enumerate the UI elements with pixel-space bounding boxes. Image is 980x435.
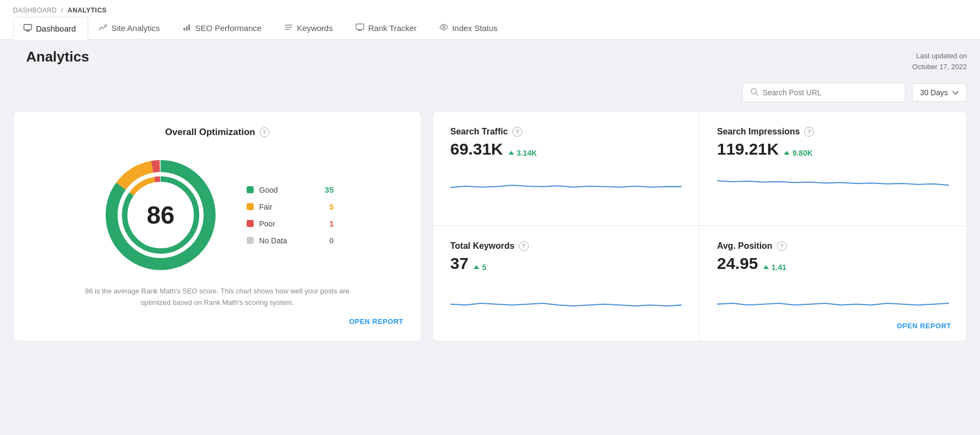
desktop-icon bbox=[356, 23, 364, 33]
optimization-title: Overall Optimization ? bbox=[165, 127, 269, 138]
donut-center-score: 86 bbox=[146, 200, 174, 230]
list-icon bbox=[284, 23, 293, 33]
breadcrumb-sep: / bbox=[61, 7, 63, 14]
last-updated: Last updated on October 17, 2022 bbox=[912, 51, 967, 72]
breadcrumb-analytics: ANALYTICS bbox=[68, 7, 107, 14]
tab-index-status[interactable]: Index Status bbox=[429, 16, 510, 39]
tab-dashboard[interactable]: Dashboard bbox=[13, 17, 88, 40]
tab-label: Keywords bbox=[297, 23, 333, 33]
metric-cell-search-impressions: Search Impressions ? 119.21K 9.80K bbox=[700, 112, 966, 226]
metric-delta-search-traffic: 3.14K bbox=[509, 149, 537, 157]
metric-value-search-traffic: 69.31K bbox=[450, 140, 503, 158]
metric-cell-total-keywords: Total Keywords ? 37 5 bbox=[433, 226, 700, 340]
main-content: Overall Optimization ? bbox=[0, 111, 980, 354]
help-icon[interactable]: ? bbox=[260, 127, 270, 137]
legend-item-poor: Poor 1 bbox=[247, 219, 334, 228]
search-input[interactable] bbox=[763, 88, 897, 97]
tab-site-analytics[interactable]: Site Analytics bbox=[88, 16, 172, 39]
legend-left: Fair bbox=[247, 203, 272, 211]
help-icon-avg-position[interactable]: ? bbox=[777, 241, 787, 251]
delta-arrow-search-impressions bbox=[784, 151, 789, 155]
metric-label-avg-position: Avg. Position ? bbox=[717, 241, 949, 251]
sparkline-total-keywords bbox=[450, 281, 682, 325]
metric-delta-search-impressions: 9.80K bbox=[784, 149, 812, 157]
delta-arrow-total-keywords bbox=[474, 265, 479, 269]
tab-label: Rank Tracker bbox=[368, 23, 416, 33]
legend-dot bbox=[247, 203, 254, 210]
monitor-icon bbox=[23, 24, 32, 33]
breadcrumb-dashboard: DASHBOARD bbox=[13, 7, 57, 14]
legend-left: Poor bbox=[247, 219, 275, 228]
metric-value-row-search-traffic: 69.31K 3.14K bbox=[450, 140, 682, 158]
search-box bbox=[742, 83, 905, 102]
metric-label-search-traffic: Search Traffic ? bbox=[450, 127, 682, 137]
metric-value-row-total-keywords: 37 5 bbox=[450, 254, 682, 273]
tab-label: Dashboard bbox=[36, 24, 76, 33]
metric-label-search-impressions: Search Impressions ? bbox=[717, 127, 949, 137]
legend-left: No Data bbox=[247, 236, 287, 245]
metric-value-avg-position: 24.95 bbox=[717, 254, 758, 273]
tab-label: Index Status bbox=[452, 23, 497, 33]
metric-value-row-search-impressions: 119.21K 9.80K bbox=[717, 140, 949, 158]
help-icon-search-traffic[interactable]: ? bbox=[512, 127, 522, 137]
search-icon bbox=[750, 88, 758, 97]
delta-arrow-avg-position bbox=[763, 265, 769, 269]
tab-label: SEO Performance bbox=[195, 23, 262, 33]
tab-keywords[interactable]: Keywords bbox=[274, 16, 345, 39]
chart-legend-row: 86 Good 35 Fair 5 Poor 1 No Data 0 bbox=[31, 155, 403, 275]
legend-item-fair: Fair 5 bbox=[247, 202, 334, 211]
help-icon-total-keywords[interactable]: ? bbox=[519, 241, 529, 251]
days-label: 30 Days bbox=[920, 88, 948, 97]
header-meta: Last updated on October 17, 2022 bbox=[912, 51, 967, 72]
tab-label: Site Analytics bbox=[111, 23, 160, 33]
legend-dot bbox=[247, 186, 254, 193]
tab-seo-performance[interactable]: SEO Performance bbox=[173, 16, 274, 39]
page-title-row: Analytics Last updated on October 17, 20… bbox=[0, 40, 980, 83]
sparkline-search-traffic bbox=[450, 167, 682, 210]
svg-rect-4 bbox=[186, 26, 187, 30]
metric-cell-search-traffic: Search Traffic ? 69.31K 3.14K bbox=[433, 112, 700, 226]
metric-delta-avg-position: 1.41 bbox=[763, 263, 786, 272]
legend-count: 0 bbox=[329, 236, 334, 245]
legend-dot bbox=[247, 220, 254, 227]
legend-count: 35 bbox=[324, 185, 334, 194]
svg-rect-0 bbox=[24, 24, 32, 30]
tabs-row: Dashboard Site Analytics SEO Performance… bbox=[13, 16, 967, 39]
page-title: Analytics bbox=[13, 48, 102, 74]
sparkline-avg-position bbox=[717, 281, 949, 325]
legend-dot bbox=[247, 237, 254, 244]
metric-value-search-impressions: 119.21K bbox=[717, 140, 779, 158]
chevron-down-icon bbox=[952, 88, 959, 97]
controls-row: 30 Days bbox=[0, 83, 980, 111]
optimization-card: Overall Optimization ? bbox=[13, 111, 421, 341]
legend: Good 35 Fair 5 Poor 1 No Data 0 bbox=[247, 185, 334, 245]
help-icon-search-impressions[interactable]: ? bbox=[804, 127, 814, 137]
legend-label: Good bbox=[259, 186, 278, 194]
legend-label: No Data bbox=[259, 236, 287, 245]
delta-arrow-search-traffic bbox=[509, 151, 514, 155]
donut-wrapper: 86 bbox=[101, 155, 220, 275]
legend-count: 1 bbox=[329, 219, 334, 228]
metrics-open-report[interactable]: OPEN REPORT bbox=[897, 322, 951, 330]
legend-item-good: Good 35 bbox=[247, 185, 334, 194]
metrics-card: Search Traffic ? 69.31K 3.14K Search Imp… bbox=[432, 111, 967, 341]
legend-left: Good bbox=[247, 186, 278, 194]
tab-rank-tracker[interactable]: Rank Tracker bbox=[345, 16, 429, 39]
optimization-description: 86 is the average Rank Math's SEO score.… bbox=[81, 286, 353, 309]
days-dropdown[interactable]: 30 Days bbox=[912, 83, 967, 102]
legend-count: 5 bbox=[329, 202, 334, 211]
open-report-link[interactable]: OPEN REPORT bbox=[349, 317, 403, 326]
legend-label: Fair bbox=[259, 203, 272, 211]
eye-icon bbox=[439, 23, 448, 33]
svg-rect-9 bbox=[356, 24, 364, 29]
svg-line-14 bbox=[756, 94, 758, 96]
breadcrumb: DASHBOARD / ANALYTICS bbox=[13, 0, 967, 14]
svg-point-12 bbox=[443, 26, 445, 28]
legend-label: Poor bbox=[259, 219, 275, 228]
metric-label-total-keywords: Total Keywords ? bbox=[450, 241, 682, 251]
legend-item-no-data: No Data 0 bbox=[247, 236, 334, 245]
metric-delta-total-keywords: 5 bbox=[474, 263, 486, 272]
metric-value-total-keywords: 37 bbox=[450, 254, 468, 273]
svg-rect-3 bbox=[183, 28, 185, 30]
signal-icon bbox=[183, 23, 192, 33]
